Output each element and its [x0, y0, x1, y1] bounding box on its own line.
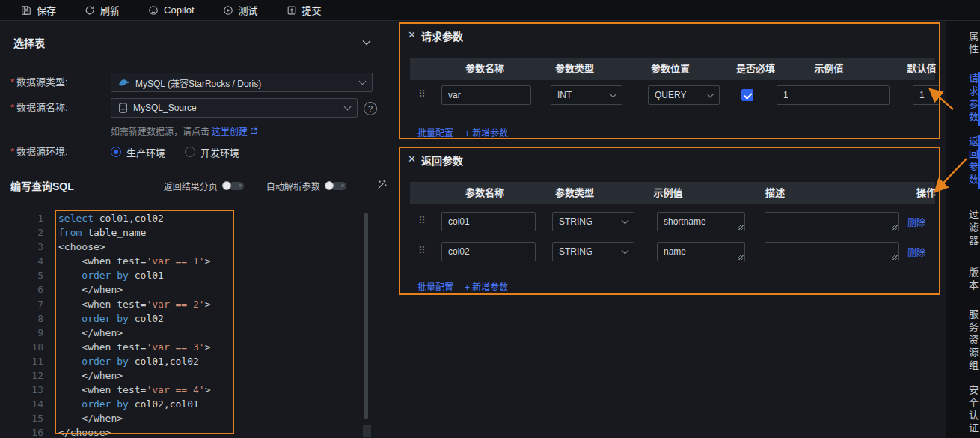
- datasource-name-select[interactable]: MySQL_Source: [111, 98, 358, 118]
- code-lines: 1select col01,col022from table_name3<cho…: [0, 211, 396, 438]
- create-datasource-link[interactable]: 这里创建: [212, 124, 248, 137]
- col-header: 参数名称: [465, 58, 504, 80]
- pagination-toggle[interactable]: [222, 181, 244, 190]
- line-number: 7: [0, 297, 43, 311]
- line-number: 3: [0, 240, 43, 254]
- sql-editor[interactable]: 1select col01,col022from table_name3<cho…: [0, 204, 396, 438]
- param-name-input[interactable]: [441, 85, 531, 105]
- code-text: </choose>: [58, 427, 111, 438]
- submit-button[interactable]: 提交: [287, 3, 322, 17]
- return-type-select[interactable]: STRING: [552, 212, 634, 231]
- caret-down-icon: [359, 78, 367, 85]
- datasource-helper-text: 如需新建数据源，请点击这里创建: [111, 124, 257, 137]
- copilot-button[interactable]: Copilot: [148, 4, 194, 16]
- drag-handle-icon[interactable]: ⠿: [418, 88, 426, 100]
- test-button[interactable]: 测试: [223, 3, 258, 17]
- caret-down-icon: [610, 91, 617, 98]
- chevron-down-icon[interactable]: [362, 40, 371, 46]
- sidebar-tab-2[interactable]: 返回参数: [946, 135, 980, 189]
- datasource-type-label: *数据源类型:: [10, 73, 68, 92]
- required-checkbox[interactable]: [741, 89, 753, 101]
- return-panel-title: 返回参数: [421, 153, 463, 168]
- drag-handle-icon[interactable]: ⠿: [418, 245, 426, 257]
- param-type-value: INT: [557, 90, 572, 100]
- editor-scrollbar[interactable]: [364, 213, 368, 419]
- delete-link[interactable]: 删除: [907, 216, 925, 228]
- close-icon[interactable]: ✕: [408, 29, 416, 40]
- return-name-input[interactable]: [441, 212, 536, 231]
- code-line: 1select col01,col02: [0, 211, 396, 225]
- datasource-type-select[interactable]: MySQL (兼容StarRocks / Doris): [111, 73, 373, 92]
- code-text: </when>: [58, 370, 123, 381]
- return-type-select[interactable]: STRING: [552, 242, 634, 261]
- refresh-icon: [85, 5, 95, 16]
- code-text: order by col01: [58, 270, 164, 281]
- code-line: 16</choose>: [0, 425, 396, 438]
- close-icon[interactable]: ✕: [408, 153, 416, 165]
- editor-scrollbar-corner[interactable]: [363, 425, 371, 437]
- toggle-knob: [325, 181, 334, 190]
- sidebar-tab-5[interactable]: 服务资源组: [946, 308, 980, 374]
- code-text: order by col02,col01: [58, 398, 199, 410]
- batch-config-link[interactable]: 批量配置: [417, 280, 453, 293]
- sidebar-tab-0[interactable]: 属性: [946, 30, 980, 58]
- return-desc-input[interactable]: [765, 212, 899, 231]
- return-example-input[interactable]: [657, 212, 745, 231]
- radio-production[interactable]: 生产环境: [111, 145, 165, 159]
- line-number: 14: [0, 397, 43, 411]
- submit-label: 提交: [302, 3, 322, 17]
- refresh-button[interactable]: 刷新: [85, 3, 120, 17]
- param-position-value: QUERY: [655, 90, 686, 100]
- copilot-label: Copilot: [164, 4, 194, 16]
- col-header: 描述: [765, 182, 785, 204]
- col-header: 操作: [916, 182, 936, 204]
- code-text: order by col02: [58, 313, 164, 324]
- sidebar-tab-6[interactable]: 安全认证: [946, 383, 980, 437]
- right-sidebar: 属性请求参数返回参数过滤器版本服务资源组安全认证: [946, 21, 980, 438]
- save-button[interactable]: 保存: [21, 3, 56, 17]
- add-param-link[interactable]: + 新增参数: [465, 126, 508, 139]
- line-number: 2: [0, 225, 43, 240]
- line-number: 10: [0, 340, 43, 354]
- question-icon[interactable]: ?: [364, 102, 377, 115]
- code-line: 13 <when test='var == 4'>: [0, 383, 396, 397]
- add-param-link[interactable]: + 新增参数: [465, 280, 508, 293]
- param-example-input[interactable]: [777, 85, 890, 105]
- return-example-field: [657, 212, 745, 231]
- return-example-input[interactable]: [657, 242, 745, 261]
- param-default-input[interactable]: [913, 85, 940, 105]
- col-header: 参数类型: [555, 182, 594, 204]
- request-panel-title: 请求参数: [421, 28, 463, 43]
- param-type-select[interactable]: INT: [551, 85, 622, 105]
- sidebar-tab-3[interactable]: 过滤器: [946, 208, 980, 249]
- radio-development[interactable]: 开发环境: [185, 145, 239, 159]
- drag-handle-icon[interactable]: ⠿: [418, 215, 426, 227]
- autoparse-toggle[interactable]: [325, 181, 346, 190]
- radio-development-label: 开发环境: [200, 145, 239, 159]
- sidebar-tab-4[interactable]: 版本: [946, 266, 980, 294]
- return-type-value: STRING: [559, 246, 592, 257]
- delete-link[interactable]: 删除: [907, 246, 925, 258]
- code-line: 15 </when>: [0, 411, 396, 425]
- radio-dot: [185, 147, 195, 157]
- col-header: 默认值: [907, 58, 936, 80]
- param-position-select[interactable]: QUERY: [648, 85, 720, 105]
- sidebar-tab-1[interactable]: 请求参数: [946, 72, 980, 126]
- col-header: 参数名称: [465, 182, 504, 204]
- return-desc-field: [765, 242, 899, 261]
- code-text: </when>: [58, 327, 123, 338]
- return-desc-input[interactable]: [765, 242, 899, 261]
- line-number: 13: [0, 383, 43, 397]
- datasource-name-label: *数据源名称:: [10, 98, 68, 118]
- sql-section-header: 编写查询SQL 返回结果分页 自动解析参数: [10, 176, 388, 195]
- code-text: <when test='var == 4'>: [58, 384, 211, 395]
- line-number: 5: [0, 268, 43, 282]
- batch-config-link[interactable]: 批量配置: [417, 126, 453, 139]
- line-number: 15: [0, 411, 43, 425]
- wand-icon[interactable]: [376, 179, 388, 193]
- code-text: <when test='var == 1'>: [58, 255, 211, 267]
- select-table-title: 选择表: [13, 35, 45, 50]
- return-name-input[interactable]: [441, 242, 536, 261]
- code-line: 10 <when test='var == 3'>: [0, 340, 396, 354]
- return-desc-field: [765, 212, 899, 231]
